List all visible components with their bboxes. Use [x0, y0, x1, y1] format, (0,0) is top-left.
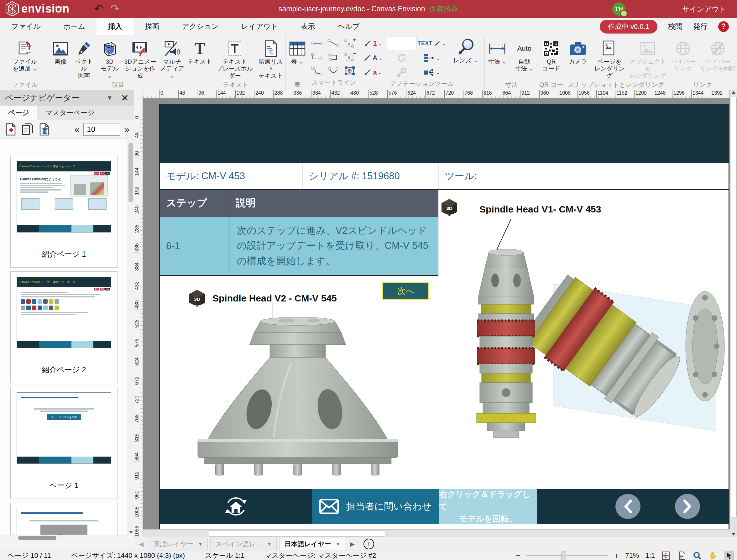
smartline-remove-node-button[interactable]: [343, 52, 356, 63]
avatar[interactable]: TH: [612, 3, 625, 16]
menu-insert[interactable]: 挿入: [97, 18, 133, 35]
layers-scroll-right-icon[interactable]: ▶: [348, 540, 356, 548]
menu-draw[interactable]: 描画: [133, 18, 170, 35]
page-thumbnail[interactable]: Canvas Envision ユーザー体験ショーケース ENESJA Canv…: [10, 156, 118, 268]
scroll-down-icon[interactable]: [129, 531, 133, 534]
annotation-text-field[interactable]: [387, 37, 416, 50]
previous-page-button[interactable]: [615, 494, 640, 519]
zoom-in-icon[interactable]: +: [614, 551, 619, 560]
text-callout-button[interactable]: TEXT⌄: [418, 40, 446, 47]
last-page-icon[interactable]: »: [124, 124, 129, 135]
create-3d-animation-button[interactable]: 3Dアニメー ションを作成: [123, 38, 158, 80]
scrollbar-thumb[interactable]: [731, 97, 737, 517]
scroll-up-icon[interactable]: [732, 91, 735, 94]
signout-button[interactable]: サインアウト: [682, 4, 726, 14]
contact-button[interactable]: 担当者に問い合わせ: [312, 489, 439, 524]
zoom-out-icon[interactable]: −: [515, 551, 520, 560]
layer-tab-japanese[interactable]: 日本語レイヤー▼: [279, 538, 345, 550]
numbered-callout-button[interactable]: 1⌄: [363, 39, 382, 48]
redo-icon[interactable]: ↷: [110, 1, 120, 16]
3d-model-button[interactable]: 3D モデル: [97, 38, 122, 80]
lowercase-callout-button[interactable]: a⌄: [363, 68, 382, 76]
text-placeholder-button[interactable]: テキスト プレースホルダー: [214, 38, 255, 80]
hyperlink-button[interactable]: ハイパー リンク: [668, 38, 698, 73]
layer-tab-english[interactable]: 英語レイヤー▼: [148, 538, 207, 550]
zoom-tool-button[interactable]: [693, 551, 702, 560]
annotation-settings-button[interactable]: [396, 68, 407, 77]
publish-button[interactable]: 発行: [693, 22, 708, 31]
remove-hyperlink-button[interactable]: ハイパー リンクを削除: [699, 38, 737, 73]
scrollbar-thumb[interactable]: [128, 143, 133, 202]
help-icon[interactable]: ?: [718, 21, 729, 32]
home-button[interactable]: [160, 489, 312, 524]
image-button[interactable]: 画像: [50, 38, 71, 66]
pan-tool-button[interactable]: ✋: [708, 551, 718, 560]
tab-pages[interactable]: ページ: [0, 106, 37, 120]
text-button[interactable]: T テキスト: [186, 38, 214, 66]
smartline-anchor-button[interactable]: [343, 66, 356, 77]
canvas-vertical-scrollbar[interactable]: [730, 90, 737, 537]
menu-layout[interactable]: レイアウト: [230, 18, 290, 35]
spindle-head-v2-model[interactable]: [177, 314, 418, 487]
add-file-button[interactable]: ファイル を追加: [12, 38, 38, 73]
tab-master-pages[interactable]: マスターページ: [37, 106, 103, 120]
menu-help[interactable]: ヘルプ: [327, 18, 371, 35]
lens-button[interactable]: レンズ: [447, 35, 484, 80]
select-tool-button[interactable]: [724, 551, 734, 560]
reset-annotation-button[interactable]: [396, 53, 407, 63]
panel-horizontal-scrollbar[interactable]: [0, 535, 128, 541]
menu-home[interactable]: ホーム: [52, 18, 97, 35]
list-callout-button[interactable]: ⌄: [424, 53, 440, 63]
zoom-slider-thumb[interactable]: [562, 552, 566, 560]
page-thumbnail[interactable]: Video: [10, 503, 118, 535]
smartline-elbow-button[interactable]: [311, 53, 323, 63]
review-button[interactable]: 校閲: [668, 22, 682, 31]
menu-view[interactable]: 表示: [290, 18, 327, 35]
fit-width-button[interactable]: [677, 551, 686, 560]
add-page-button[interactable]: [4, 123, 17, 136]
smartline-straight-button[interactable]: [311, 40, 323, 48]
canvas-viewport[interactable]: モデル: CM-V 453 シリアル #: 1519680 ツール: ステップ …: [143, 98, 730, 530]
layers-scroll-left-icon[interactable]: ◀: [137, 540, 145, 548]
table-button[interactable]: 表: [288, 38, 306, 66]
undo-icon[interactable]: ↶: [94, 1, 103, 16]
layer-tab-spanish[interactable]: スペイン語レ…▼: [210, 538, 277, 550]
zoom-slider[interactable]: [526, 555, 608, 556]
letter-callout-button[interactable]: A⌄: [363, 54, 383, 62]
camera-button[interactable]: カメラ: [564, 38, 591, 66]
collapse-panel-icon[interactable]: ▼: [107, 94, 113, 102]
smartline-ushape-button[interactable]: [327, 53, 340, 63]
spindle-head-v1-model[interactable]: [450, 243, 729, 472]
auto-dimension-button[interactable]: Auto 自動 寸法: [510, 38, 538, 73]
fit-page-button[interactable]: [661, 551, 671, 560]
document-page[interactable]: モデル: CM-V 453 シリアル #: 1519680 ツール: ステップ …: [159, 104, 729, 530]
menu-action[interactable]: アクション: [170, 18, 230, 35]
scrollbar-thumb[interactable]: [18, 536, 56, 540]
next-page-button[interactable]: [675, 494, 700, 519]
qr-code-button[interactable]: QR コード: [541, 38, 561, 73]
smartline-scurve-button[interactable]: [311, 66, 323, 76]
duplicate-page-button[interactable]: [21, 123, 34, 136]
vector-drawing-button[interactable]: ベクトル 図画: [71, 38, 97, 80]
add-layer-button[interactable]: +: [363, 539, 374, 549]
first-page-icon[interactable]: «: [75, 124, 80, 135]
smartline-add-node-button[interactable]: [343, 39, 356, 49]
delete-page-button[interactable]: [38, 123, 51, 136]
page-number-input[interactable]: [83, 123, 120, 136]
render-page-button[interactable]: ページを レンダリング: [592, 38, 627, 80]
smartline-diagonal-button[interactable]: [327, 39, 340, 49]
scrollbar-thumb[interactable]: [209, 530, 385, 536]
next-step-button[interactable]: 次へ: [382, 282, 429, 300]
smartline-arc-button[interactable]: [327, 66, 340, 76]
page-thumbnail[interactable]: チェックリストを使用 ページ 1: [10, 387, 118, 499]
multimedia-button[interactable]: マルチ メディア: [159, 38, 186, 80]
panel-vertical-scrollbar[interactable]: [128, 138, 134, 535]
canvas-horizontal-scrollbar[interactable]: [143, 529, 730, 537]
dimension-button[interactable]: 寸法: [485, 38, 510, 66]
scroll-down-icon[interactable]: [732, 533, 735, 536]
close-panel-icon[interactable]: ✕: [121, 92, 129, 103]
page-thumbnail[interactable]: Canvas Envision ユーザー体験ショーケース ENESJA 紹介ペー…: [10, 271, 118, 383]
menu-file[interactable]: ファイル: [0, 18, 52, 35]
spread-callout-button[interactable]: ⌄: [424, 68, 440, 77]
hierarchical-list-text-button[interactable]: 階層リスト テキスト: [256, 38, 285, 80]
